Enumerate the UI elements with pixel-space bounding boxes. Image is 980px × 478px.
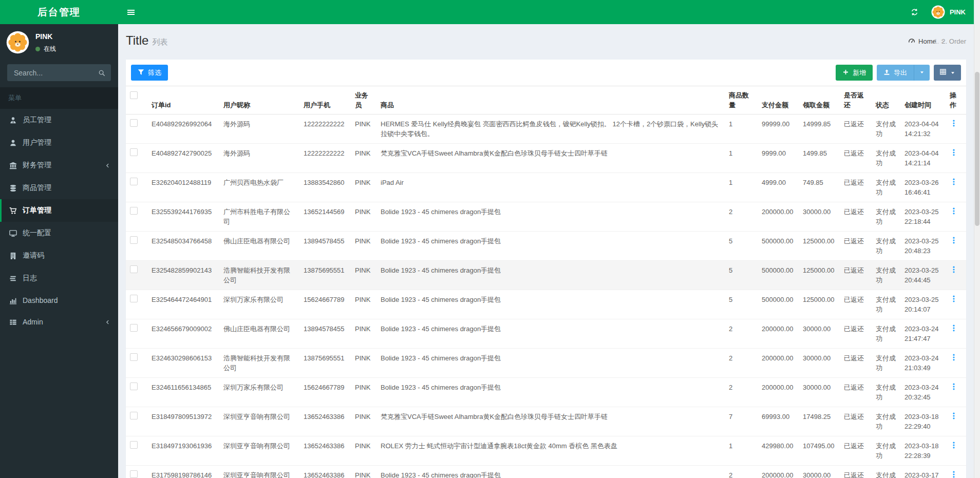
sidebar-item-goods[interactable]: 商品管理: [0, 177, 118, 199]
table-panel: 筛选 新增 导出: [126, 60, 966, 478]
row-checkbox[interactable]: [130, 353, 138, 361]
row-checkbox[interactable]: [130, 295, 138, 302]
cell-phone: 13883542860: [299, 173, 351, 202]
scrollbar-thumb[interactable]: [975, 72, 979, 226]
sidebar-item-users[interactable]: 用户管理: [0, 131, 118, 154]
caret-down-icon: [950, 70, 955, 75]
row-checkbox[interactable]: [130, 470, 138, 478]
column-header[interactable]: 商品数量: [725, 86, 758, 114]
row-actions-button[interactable]: [950, 441, 958, 452]
sidebar-item-finance[interactable]: 财务管理: [0, 154, 118, 177]
sidebar-item-link-admin[interactable]: Admin: [0, 311, 118, 333]
column-header[interactable]: 用户昵称: [219, 86, 299, 114]
column-header[interactable]: 用户手机: [299, 86, 351, 114]
sidebar-item-orders[interactable]: 订单管理: [0, 199, 118, 222]
topbar-user-menu[interactable]: PINK: [926, 0, 974, 24]
table-row: E325464472464901深圳万家乐有限公司15624667789PINK…: [126, 290, 966, 319]
cell-product: ROLEX 劳力士 蚝式恒动宇宙计型迪通拿腕表18ct黄金款 40mm 香槟色 …: [376, 436, 725, 466]
row-checkbox[interactable]: [130, 207, 138, 215]
row-checkbox[interactable]: [130, 119, 138, 127]
column-header[interactable]: 商品: [376, 86, 725, 114]
refresh-button[interactable]: [903, 0, 926, 24]
sidebar-item-config[interactable]: 统一配置: [0, 222, 118, 244]
sidebar-item-logs[interactable]: 日志: [0, 267, 118, 290]
row-checkbox[interactable]: [130, 441, 138, 449]
column-header[interactable]: 状态: [872, 86, 900, 114]
row-checkbox[interactable]: [130, 236, 138, 244]
sidebar-item-link-logs[interactable]: 日志: [0, 267, 118, 290]
row-actions-button[interactable]: [950, 383, 958, 393]
navbar-right: PINK: [903, 0, 974, 24]
columns-button[interactable]: [934, 65, 961, 81]
row-actions-button[interactable]: [950, 265, 958, 276]
row-actions-button[interactable]: [950, 295, 958, 305]
sidebar-toggle-button[interactable]: [118, 0, 144, 24]
export-button[interactable]: 导出: [877, 65, 914, 81]
filter-button[interactable]: 筛选: [131, 65, 168, 81]
cell-order-id: E325482859902143: [147, 261, 219, 290]
table-row: E324656679009002佛山庄臣电器有限公司13894578455PIN…: [126, 319, 966, 349]
row-actions-button[interactable]: [950, 353, 958, 364]
cell-created-time: 2023-03-18 22:28:39: [900, 436, 946, 466]
row-actions-button[interactable]: [950, 412, 958, 423]
sidebar-item-dashboard[interactable]: Dashboard: [0, 290, 118, 311]
column-header[interactable]: 领取金额: [799, 86, 840, 114]
sidebar-item-link-goods[interactable]: 商品管理: [0, 177, 118, 199]
row-checkbox[interactable]: [130, 383, 138, 390]
row-checkbox[interactable]: [130, 324, 138, 332]
column-header[interactable]: 创建时间: [900, 86, 946, 114]
lion-avatar: [931, 5, 945, 19]
sidebar-item-link-invite[interactable]: 邀请码: [0, 244, 118, 267]
row-checkbox[interactable]: [130, 148, 138, 156]
cell-nickname: 海外源码: [219, 114, 299, 144]
user-status[interactable]: 在线: [35, 45, 56, 53]
search-input[interactable]: [7, 64, 92, 81]
row-actions-button[interactable]: [950, 119, 958, 130]
row-actions-button[interactable]: [950, 470, 958, 478]
row-checkbox[interactable]: [130, 412, 138, 419]
sidebar-item-admin[interactable]: Admin: [0, 311, 118, 333]
sidebar-item-link-dashboard[interactable]: Dashboard: [0, 290, 118, 311]
cell-quantity: 1: [725, 114, 758, 144]
cart-icon: [9, 207, 17, 215]
sidebar-item-link-finance[interactable]: 财务管理: [0, 154, 118, 177]
sidebar-item-invite[interactable]: 邀请码: [0, 244, 118, 267]
column-header[interactable]: 订单id: [147, 86, 219, 114]
cell-agent: PINK: [351, 290, 376, 319]
row-actions-button[interactable]: [950, 324, 958, 335]
sidebar-item-link-users[interactable]: 用户管理: [0, 131, 118, 154]
cell-created-time: 2023-04-04 14:21:32: [900, 114, 946, 144]
sidebar-item-link-orders[interactable]: 订单管理: [0, 199, 118, 222]
sidebar-item-link-staff[interactable]: 员工管理: [0, 109, 118, 131]
cell-returned: 已返还: [840, 202, 872, 232]
column-header[interactable]: 操作: [946, 86, 966, 114]
column-header[interactable]: 支付金额: [758, 86, 799, 114]
vertical-scrollbar[interactable]: [974, 0, 980, 478]
cell-nickname: 佛山庄臣电器有限公司: [219, 232, 299, 261]
row-actions-button[interactable]: [950, 236, 958, 247]
cell-phone: 12222222222: [299, 144, 351, 173]
breadcrumb-home-link[interactable]: Home: [908, 37, 936, 46]
row-actions-button[interactable]: [950, 207, 958, 218]
sidebar-item-label: 员工管理: [23, 116, 51, 125]
column-header[interactable]: 业务员: [351, 86, 376, 114]
sidebar-item-link-config[interactable]: 统一配置: [0, 222, 118, 244]
sidebar-item-staff[interactable]: 员工管理: [0, 109, 118, 131]
row-checkbox[interactable]: [130, 265, 138, 273]
search-icon[interactable]: [92, 64, 111, 81]
cell-nickname: 深圳亚亨音响有限公司: [219, 466, 299, 478]
export-dropdown-toggle[interactable]: [914, 65, 930, 81]
row-checkbox[interactable]: [130, 178, 138, 185]
ellipsis-v-icon: [950, 178, 958, 188]
row-actions-button[interactable]: [950, 148, 958, 159]
app-logo[interactable]: 后台管理: [0, 0, 118, 24]
cell-pay-amount: 4999.00: [758, 173, 799, 202]
add-button[interactable]: 新增: [836, 65, 873, 81]
cell-created-time: 2023-03-24 20:32:45: [900, 378, 946, 407]
cell-agent: PINK: [351, 202, 376, 232]
row-actions-button[interactable]: [950, 178, 958, 188]
select-all-checkbox[interactable]: [126, 86, 147, 114]
sidebar-search: [7, 64, 111, 81]
column-header[interactable]: 是否返还: [840, 86, 872, 114]
cell-quantity: 2: [725, 378, 758, 407]
